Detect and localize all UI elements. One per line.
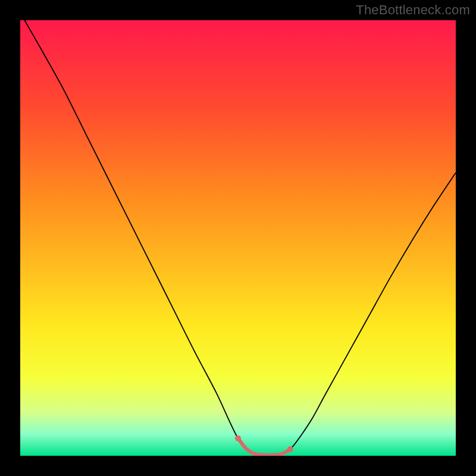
watermark-text: TheBottleneck.com <box>356 2 470 18</box>
endpoint-dot <box>287 446 293 452</box>
gradient-background <box>20 20 456 456</box>
plot-area <box>20 20 456 456</box>
endpoint-dot <box>235 436 241 441</box>
chart-frame: TheBottleneck.com <box>0 0 476 476</box>
chart-svg <box>20 20 456 456</box>
